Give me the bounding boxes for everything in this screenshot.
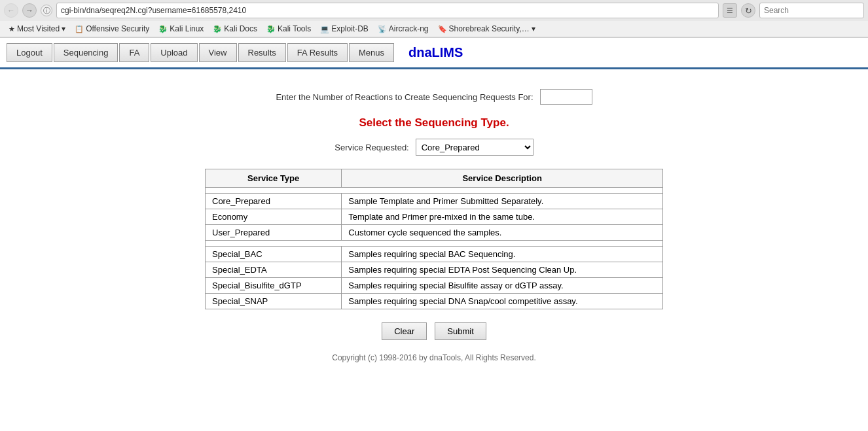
search-input[interactable] xyxy=(759,3,864,18)
address-bar[interactable]: cgi-bin/dna/seqreq2N.cgi?username=616855… xyxy=(56,3,719,18)
fa-results-button[interactable]: FA Results xyxy=(287,43,348,62)
page-content: Logout Sequencing FA Upload View Results… xyxy=(0,38,868,417)
service-description-cell: Sample Template and Primer Submitted Sep… xyxy=(342,194,663,209)
table-row: Special_Bisulfite_dGTP Samples requiring… xyxy=(206,278,663,294)
table-row: Core_Prepared Sample Template and Primer… xyxy=(206,194,663,209)
bookmark-exploit-db[interactable]: 💻 Exploit-DB xyxy=(317,23,372,35)
forward-button[interactable]: → xyxy=(22,3,37,18)
service-type-cell: Special_BAC xyxy=(206,247,342,262)
bookmark-label: Most Visited xyxy=(17,24,60,33)
info-button[interactable]: ⓘ xyxy=(41,5,52,16)
service-description-cell: Template and Primer pre-mixed in the sam… xyxy=(342,209,663,225)
bookmark-shorebreak[interactable]: 🔖 Shorebreak Security,… ▾ xyxy=(435,23,539,35)
results-button[interactable]: Results xyxy=(238,43,286,62)
service-type-cell: Special_SNAP xyxy=(206,294,342,309)
bookmark-label: Offensive Security xyxy=(86,24,149,33)
table-row: User_Prepared Customer cycle sequenced t… xyxy=(206,225,663,241)
bookmark-label: Kali Tools xyxy=(278,24,311,33)
bookmarks-bar: ★ Most Visited ▾ 📋 Offensive Security 🐉 … xyxy=(0,21,868,37)
service-table: Service Type Service Description Core_Pr… xyxy=(205,169,663,309)
dropdown-arrow: ▾ xyxy=(532,24,535,33)
table-row: Special_BAC Samples requiring special BA… xyxy=(206,247,663,262)
copyright-text: Copyright (c) 1998-2016 by dnaTools, All… xyxy=(26,353,842,362)
service-type-cell: Special_Bisulfite_dGTP xyxy=(206,278,342,294)
bookmark-kali-docs[interactable]: 🐉 Kali Docs xyxy=(209,23,261,35)
dropdown-arrow: ▾ xyxy=(62,24,65,33)
reactions-input[interactable] xyxy=(540,89,592,105)
bookmark-icon: 📡 xyxy=(378,25,387,33)
menus-button[interactable]: Menus xyxy=(349,43,394,62)
bookmark-kali-linux[interactable]: 🐉 Kali Linux xyxy=(155,23,207,35)
bookmark-icon: 📋 xyxy=(75,25,84,33)
nav-bar: Logout Sequencing FA Upload View Results… xyxy=(0,38,868,69)
view-button[interactable]: View xyxy=(199,43,237,62)
submit-button[interactable]: Submit xyxy=(435,322,486,340)
bookmark-icon: 🐉 xyxy=(266,25,276,33)
bookmark-icon: 🐉 xyxy=(213,25,222,33)
bookmark-icon: 🔖 xyxy=(438,25,447,33)
bookmark-label: Kali Linux xyxy=(170,24,204,33)
logout-button[interactable]: Logout xyxy=(7,43,52,62)
select-type-message: Select the Sequencing Type. xyxy=(26,116,842,129)
main-area: Enter the Number of Reactions to Create … xyxy=(0,69,868,375)
service-requested-row: Service Requested: Core_Prepared Economy… xyxy=(26,139,842,156)
table-row: Special_SNAP Samples requiring special D… xyxy=(206,294,663,309)
bookmark-offensive-security[interactable]: 📋 Offensive Security xyxy=(71,23,153,35)
back-button[interactable]: ← xyxy=(4,3,18,18)
service-select[interactable]: Core_Prepared Economy User_Prepared Spec… xyxy=(416,139,533,156)
table-row: Economy Template and Primer pre-mixed in… xyxy=(206,209,663,225)
service-description-cell: Samples requiring special EDTA Post Sequ… xyxy=(342,262,663,278)
bookmark-icon: 🐉 xyxy=(158,25,168,33)
reload-button[interactable]: ↻ xyxy=(741,3,755,18)
service-description-cell: Customer cycle sequenced the samples. xyxy=(342,225,663,241)
url-text: cgi-bin/dna/seqreq2N.cgi?username=616855… xyxy=(61,6,246,15)
bookmark-label: Shorebreak Security,… xyxy=(449,24,530,33)
bookmark-icon: 💻 xyxy=(320,25,329,33)
service-description-cell: Samples requiring special BAC Sequencing… xyxy=(342,247,663,262)
spacer-row xyxy=(206,241,663,247)
browser-toolbar: ← → ⓘ cgi-bin/dna/seqreq2N.cgi?username=… xyxy=(0,0,868,21)
service-type-cell: Economy xyxy=(206,209,342,225)
button-row: Clear Submit xyxy=(26,322,842,340)
col-service-type: Service Type xyxy=(206,169,342,188)
clear-button[interactable]: Clear xyxy=(382,322,427,340)
upload-button[interactable]: Upload xyxy=(151,43,197,62)
reactions-label: Enter the Number of Reactions to Create … xyxy=(276,92,533,102)
fa-button[interactable]: FA xyxy=(119,43,149,62)
bookmark-most-visited[interactable]: ★ Most Visited ▾ xyxy=(5,23,69,35)
bookmark-kali-tools[interactable]: 🐉 Kali Tools xyxy=(263,23,314,35)
spacer-row xyxy=(206,188,663,194)
bookmark-label: Kali Docs xyxy=(224,24,257,33)
table-row: Special_EDTA Samples requiring special E… xyxy=(206,262,663,278)
bookmark-label: Exploit-DB xyxy=(331,24,369,33)
reader-button[interactable]: ☰ xyxy=(723,3,737,18)
reactions-row: Enter the Number of Reactions to Create … xyxy=(26,89,842,105)
service-description-cell: Samples requiring special Bisulfite assa… xyxy=(342,278,663,294)
browser-chrome: ← → ⓘ cgi-bin/dna/seqreq2N.cgi?username=… xyxy=(0,0,868,38)
col-service-description: Service Description xyxy=(342,169,663,188)
service-type-cell: Special_EDTA xyxy=(206,262,342,278)
service-requested-label: Service Requested: xyxy=(335,143,408,152)
bookmark-label: Aircrack-ng xyxy=(389,24,429,33)
service-description-cell: Samples requiring special DNA Snap/cool … xyxy=(342,294,663,309)
service-type-cell: Core_Prepared xyxy=(206,194,342,209)
bookmark-icon: ★ xyxy=(9,25,15,33)
app-title: dnaLIMS xyxy=(408,45,463,60)
service-type-cell: User_Prepared xyxy=(206,225,342,241)
sequencing-button[interactable]: Sequencing xyxy=(54,43,118,62)
bookmark-aircrack-ng[interactable]: 📡 Aircrack-ng xyxy=(374,23,432,35)
